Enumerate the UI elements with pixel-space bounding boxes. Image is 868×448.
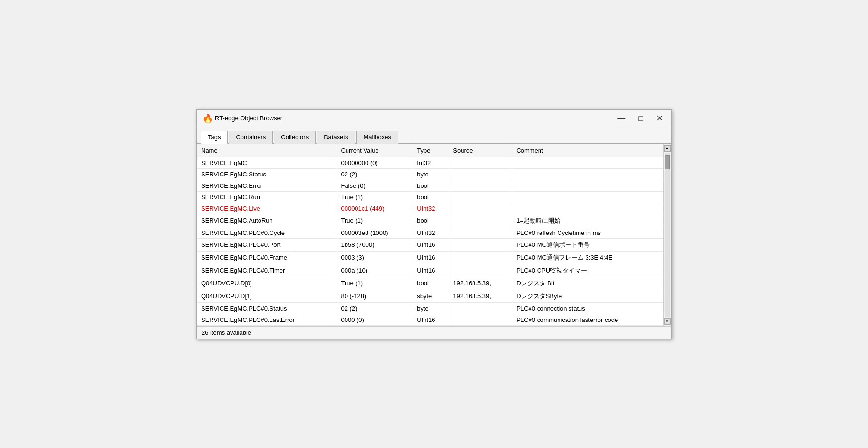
cell-name: SERVICE.EgMC.PLC#0.Frame xyxy=(197,251,337,264)
cell-source: 192.168.5.39, xyxy=(449,290,512,302)
cell-comment: PLC#0 MC通信ポート番号 xyxy=(512,238,663,251)
table-header: NameCurrent ValueTypeSourceComment xyxy=(197,144,663,157)
table-row[interactable]: SERVICE.EgMC.ErrorFalse (0)bool xyxy=(197,180,663,191)
tab-tags[interactable]: Tags xyxy=(201,131,228,144)
cell-type: UInt16 xyxy=(413,314,449,325)
scroll-track[interactable] xyxy=(665,153,670,317)
table-container[interactable]: NameCurrent ValueTypeSourceComment SERVI… xyxy=(197,144,663,326)
table-row[interactable]: SERVICE.EgMC.Live000001c1 (449)UInt32 xyxy=(197,203,663,214)
cell-source xyxy=(449,264,512,277)
cell-source xyxy=(449,238,512,251)
cell-comment: PLC#0 CPU監視タイマー xyxy=(512,264,663,277)
cell-type: bool xyxy=(413,277,449,290)
cell-source xyxy=(449,203,512,214)
scrollbar[interactable]: ▲ ▼ xyxy=(663,144,671,326)
cell-comment xyxy=(512,203,663,214)
cell-currentValue: 80 (-128) xyxy=(337,290,413,302)
cell-type: UInt32 xyxy=(413,203,449,214)
cell-currentValue: 00000000 (0) xyxy=(337,157,413,168)
scroll-thumb[interactable] xyxy=(665,155,670,169)
status-bar: 26 items available xyxy=(197,326,671,339)
cell-type: bool xyxy=(413,180,449,191)
cell-currentValue: True (1) xyxy=(337,191,413,203)
cell-type: sbyte xyxy=(413,290,449,302)
table-row[interactable]: SERVICE.EgMC00000000 (0)Int32 xyxy=(197,157,663,168)
tabs-bar: TagsContainersCollectorsDatasetsMailboxe… xyxy=(197,127,671,144)
cell-type: bool xyxy=(413,191,449,203)
title-bar-left: 🔥 RT-edge Object Browser xyxy=(203,114,282,123)
col-header-comment: Comment xyxy=(512,144,663,157)
cell-name: SERVICE.EgMC.Status xyxy=(197,168,337,180)
cell-source: 192.168.5.39, xyxy=(449,277,512,290)
title-bar: 🔥 RT-edge Object Browser — □ ✕ xyxy=(197,110,671,127)
header-row: NameCurrent ValueTypeSourceComment xyxy=(197,144,663,157)
col-header-source: Source xyxy=(449,144,512,157)
tab-datasets[interactable]: Datasets xyxy=(317,131,355,144)
cell-comment xyxy=(512,157,663,168)
cell-name: SERVICE.EgMC.PLC#0.Cycle xyxy=(197,227,337,238)
table-row[interactable]: SERVICE.EgMC.AutoRunTrue (1)bool1=起動時に開始 xyxy=(197,214,663,227)
table-row[interactable]: Q04UDVCPU.D[0]True (1)bool192.168.5.39,D… xyxy=(197,277,663,290)
cell-currentValue: False (0) xyxy=(337,180,413,191)
cell-type: UInt32 xyxy=(413,227,449,238)
table-row[interactable]: SERVICE.EgMC.PLC#0.Status02 (2)bytePLC#0… xyxy=(197,302,663,314)
maximize-button[interactable]: □ xyxy=(636,114,646,123)
cell-source xyxy=(449,214,512,227)
col-header-name: Name xyxy=(197,144,337,157)
table-row[interactable]: SERVICE.EgMC.RunTrue (1)bool xyxy=(197,191,663,203)
cell-type: Int32 xyxy=(413,157,449,168)
scroll-up-arrow[interactable]: ▲ xyxy=(664,145,671,152)
cell-currentValue: 000001c1 (449) xyxy=(337,203,413,214)
cell-currentValue: 000003e8 (1000) xyxy=(337,227,413,238)
cell-type: bool xyxy=(413,214,449,227)
cell-name: SERVICE.EgMC.Live xyxy=(197,203,337,214)
table-row[interactable]: SERVICE.EgMC.PLC#0.Frame0003 (3)UInt16PL… xyxy=(197,251,663,264)
minimize-button[interactable]: — xyxy=(615,114,628,123)
content-area: NameCurrent ValueTypeSourceComment SERVI… xyxy=(197,144,671,326)
cell-name: SERVICE.EgMC.Run xyxy=(197,191,337,203)
cell-type: UInt16 xyxy=(413,238,449,251)
cell-name: SERVICE.EgMC.PLC#0.Timer xyxy=(197,264,337,277)
col-header-currentValue: Current Value xyxy=(337,144,413,157)
cell-currentValue: 02 (2) xyxy=(337,168,413,180)
cell-name: SERVICE.EgMC xyxy=(197,157,337,168)
cell-name: Q04UDVCPU.D[0] xyxy=(197,277,337,290)
table-row[interactable]: SERVICE.EgMC.PLC#0.Timer000a (10)UInt16P… xyxy=(197,264,663,277)
cell-source xyxy=(449,227,512,238)
scrollbar-area: NameCurrent ValueTypeSourceComment SERVI… xyxy=(197,144,671,326)
cell-comment: DレジスタSByte xyxy=(512,290,663,302)
window-controls: — □ ✕ xyxy=(615,114,665,123)
tab-containers[interactable]: Containers xyxy=(229,131,273,144)
cell-comment: PLC#0 connection status xyxy=(512,302,663,314)
cell-source xyxy=(449,157,512,168)
cell-currentValue: True (1) xyxy=(337,214,413,227)
cell-source xyxy=(449,180,512,191)
cell-comment xyxy=(512,168,663,180)
table-row[interactable]: SERVICE.EgMC.PLC#0.Cycle000003e8 (1000)U… xyxy=(197,227,663,238)
cell-source xyxy=(449,191,512,203)
table-row[interactable]: SERVICE.EgMC.PLC#0.Port1b58 (7000)UInt16… xyxy=(197,238,663,251)
cell-currentValue: 0000 (0) xyxy=(337,314,413,325)
cell-source xyxy=(449,314,512,325)
cell-type: byte xyxy=(413,168,449,180)
cell-name: SERVICE.EgMC.PLC#0.Status xyxy=(197,302,337,314)
table-body: SERVICE.EgMC00000000 (0)Int32SERVICE.EgM… xyxy=(197,157,663,325)
cell-comment xyxy=(512,191,663,203)
main-window: 🔥 RT-edge Object Browser — □ ✕ TagsConta… xyxy=(196,109,672,339)
table-row[interactable]: SERVICE.EgMC.Status02 (2)byte xyxy=(197,168,663,180)
cell-name: SERVICE.EgMC.PLC#0.LastError xyxy=(197,314,337,325)
table-row[interactable]: SERVICE.EgMC.PLC#0.LastError0000 (0)UInt… xyxy=(197,314,663,325)
cell-comment: PLC#0 reflesh Cycletime in ms xyxy=(512,227,663,238)
cell-type: byte xyxy=(413,302,449,314)
cell-currentValue: 02 (2) xyxy=(337,302,413,314)
scroll-down-arrow[interactable]: ▼ xyxy=(664,318,671,325)
cell-type: UInt16 xyxy=(413,264,449,277)
tab-mailboxes[interactable]: Mailboxes xyxy=(356,131,398,144)
close-button[interactable]: ✕ xyxy=(654,114,665,123)
table-row[interactable]: Q04UDVCPU.D[1]80 (-128)sbyte192.168.5.39… xyxy=(197,290,663,302)
table-wrapper: NameCurrent ValueTypeSourceComment SERVI… xyxy=(197,144,663,326)
app-icon: 🔥 xyxy=(203,114,211,123)
cell-currentValue: 0003 (3) xyxy=(337,251,413,264)
tab-collectors[interactable]: Collectors xyxy=(274,131,316,144)
col-header-type: Type xyxy=(413,144,449,157)
